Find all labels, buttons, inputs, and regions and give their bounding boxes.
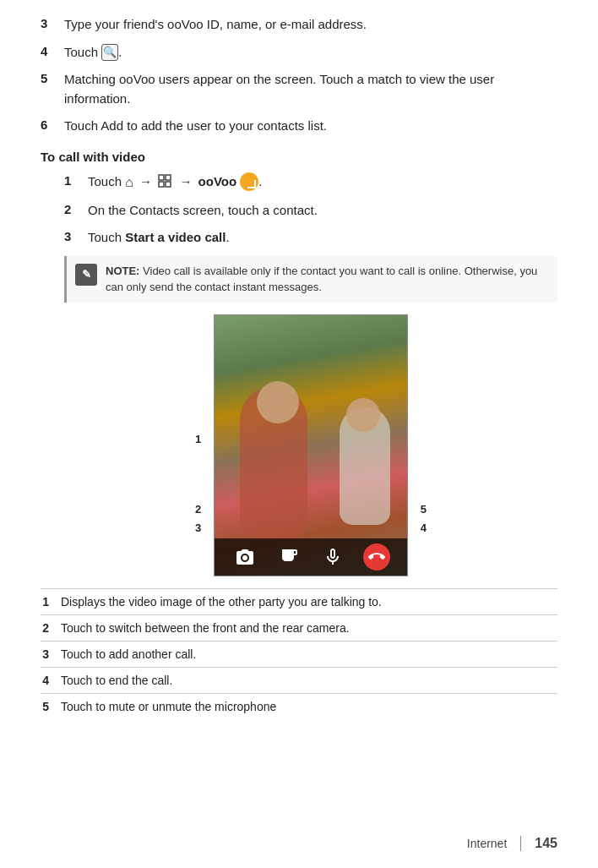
row-desc-4: Touch to end the call. bbox=[61, 667, 557, 693]
video-step-3: 3 Touch Start a video call. bbox=[64, 228, 557, 248]
row-num-3: 3 bbox=[41, 641, 61, 667]
row-desc-5: Touch to mute or unmute the microphone bbox=[61, 693, 557, 719]
oovoo-icon bbox=[240, 172, 258, 191]
step-3-num: 3 bbox=[41, 15, 64, 30]
row-desc-1: Displays the video image of the other pa… bbox=[61, 588, 557, 614]
row-desc-3: Touch to add another call. bbox=[61, 641, 557, 667]
video-step-2: 2 On the Contacts screen, touch a contac… bbox=[64, 201, 557, 221]
row-desc-2: Touch to switch between the front and th… bbox=[61, 614, 557, 641]
page-content: 3 Type your friend's ooVoo ID, name, or … bbox=[0, 0, 598, 770]
footer-section: Internet bbox=[467, 837, 507, 850]
step-4-text: Touch . bbox=[64, 43, 557, 63]
video-controls bbox=[215, 538, 407, 576]
note-box: ✎ NOTE: Video call is available only if … bbox=[64, 256, 557, 303]
add-call-btn[interactable] bbox=[275, 543, 302, 570]
step-5-num: 5 bbox=[41, 70, 64, 85]
note-label: NOTE: bbox=[106, 265, 139, 277]
row-num-2: 2 bbox=[41, 614, 61, 641]
svg-rect-2 bbox=[159, 182, 164, 187]
video-frame: ooVoo bbox=[214, 314, 408, 576]
mute-btn[interactable] bbox=[319, 543, 346, 570]
end-call-btn[interactable] bbox=[363, 543, 390, 570]
step-6: 6 Touch Add to add the user to your cont… bbox=[41, 117, 557, 136]
video-step-2-num: 2 bbox=[64, 201, 88, 216]
note-text: NOTE: Video call is available only if th… bbox=[106, 263, 549, 296]
footer-divider bbox=[520, 836, 521, 851]
table-row: 5 Touch to mute or unmute the microphone bbox=[41, 693, 557, 719]
callout-5: 5 bbox=[421, 503, 427, 516]
camera-switch-btn[interactable] bbox=[231, 543, 258, 570]
video-step-1-text: Touch ⌂ → → ooVoo . bbox=[88, 172, 557, 193]
svg-rect-3 bbox=[166, 182, 171, 187]
svg-rect-0 bbox=[159, 175, 164, 180]
row-num-4: 4 bbox=[41, 667, 61, 693]
oovoo-label: ooVoo bbox=[198, 174, 237, 188]
svg-point-4 bbox=[242, 555, 247, 560]
home-icon: ⌂ bbox=[125, 172, 133, 193]
search-icon bbox=[101, 44, 118, 61]
video-step-3-num: 3 bbox=[64, 228, 88, 243]
video-step-2-text: On the Contacts screen, touch a contact. bbox=[88, 201, 557, 221]
table-row: 2 Touch to switch between the front and … bbox=[41, 614, 557, 641]
video-step-3-text: Touch Start a video call. bbox=[88, 228, 557, 248]
step-6-num: 6 bbox=[41, 117, 64, 132]
callout-3: 3 bbox=[195, 521, 201, 534]
callout-2: 2 bbox=[195, 503, 201, 516]
start-video-call-label: Start a video call bbox=[125, 230, 226, 244]
table-row: 4 Touch to end the call. bbox=[41, 667, 557, 693]
section-header-video: To call with video bbox=[41, 150, 557, 164]
step-5-text: Matching ooVoo users appear on the scree… bbox=[64, 70, 557, 108]
step-4-num: 4 bbox=[41, 43, 64, 58]
step-3-text: Type your friend's ooVoo ID, name, or e-… bbox=[64, 15, 557, 35]
grid-icon bbox=[158, 174, 177, 188]
step-3: 3 Type your friend's ooVoo ID, name, or … bbox=[41, 15, 557, 35]
footer-page-number: 145 bbox=[535, 836, 557, 851]
note-icon: ✎ bbox=[75, 264, 97, 286]
row-num-1: 1 bbox=[41, 588, 61, 614]
callout-4: 4 bbox=[421, 521, 427, 534]
video-step-1-num: 1 bbox=[64, 172, 88, 188]
arrow-1: → bbox=[139, 172, 152, 192]
row-num-5: 5 bbox=[41, 693, 61, 719]
step-6-text: Touch Add to add the user to your contac… bbox=[64, 117, 557, 136]
page-footer: Internet 145 bbox=[467, 836, 557, 851]
table-row: 1 Displays the video image of the other … bbox=[41, 588, 557, 614]
callout-1: 1 bbox=[195, 433, 201, 445]
step-4: 4 Touch . bbox=[41, 43, 557, 63]
step-5: 5 Matching ooVoo users appear on the scr… bbox=[41, 70, 557, 108]
table-row: 3 Touch to add another call. bbox=[41, 641, 557, 667]
svg-rect-1 bbox=[166, 175, 171, 180]
arrow-2: → bbox=[179, 172, 192, 192]
video-step-1: 1 Touch ⌂ → → ooVoo . bbox=[64, 172, 557, 193]
video-container: 1 2 3 5 4 ooVoo bbox=[64, 314, 557, 576]
info-table: 1 Displays the video image of the other … bbox=[41, 588, 557, 719]
